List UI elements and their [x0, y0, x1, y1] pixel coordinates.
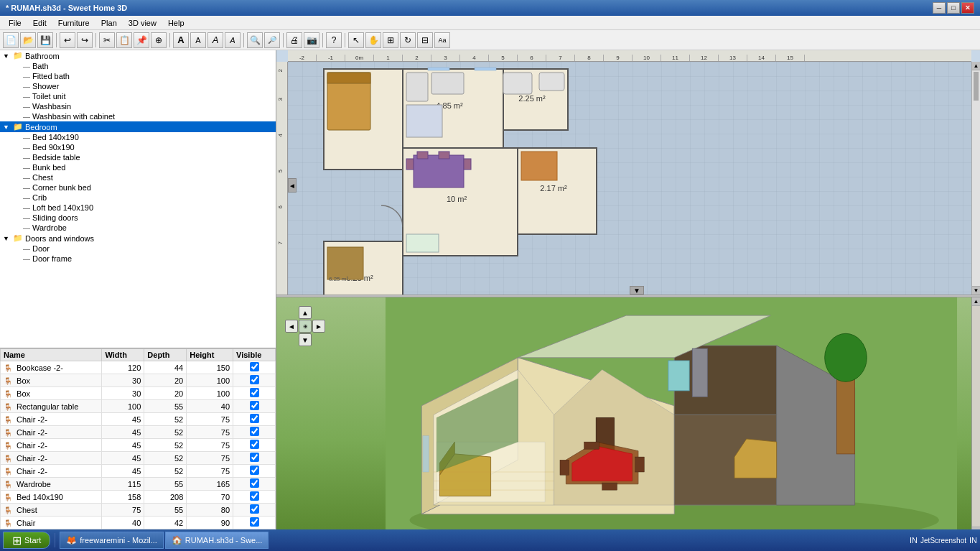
furniture-tree[interactable]: ▼📁Bathroom—Bath—Fitted bath—Shower—Toile… — [0, 50, 276, 348]
tree-item-16[interactable]: —Sliding doors — [0, 213, 276, 223]
tool-pan[interactable]: ✋ — [365, 32, 381, 48]
visibility-checkbox[interactable] — [250, 453, 259, 462]
visibility-checkbox[interactable] — [250, 362, 259, 371]
tool-cut[interactable]: ✂ — [99, 32, 115, 48]
table-row[interactable]: 🪑 Box 30 20 100 — [1, 374, 276, 387]
tree-item-12[interactable]: —Chest — [0, 172, 276, 182]
tree-item-15[interactable]: —Loft bed 140x190 — [0, 203, 276, 213]
tree-item-20[interactable]: —Door frame — [0, 254, 276, 264]
table-row[interactable]: 🪑 Chest 75 55 80 — [1, 504, 276, 517]
col-name[interactable]: Name — [1, 349, 102, 361]
tool-cursor[interactable]: ↖ — [348, 32, 364, 48]
table-row[interactable]: 🪑 Chair -2- 45 52 75 — [1, 439, 276, 452]
tool-text-a4[interactable]: A — [225, 32, 241, 48]
cell-visible[interactable] — [233, 374, 276, 387]
maximize-button[interactable]: □ — [947, 2, 960, 14]
tool-text-a2[interactable]: A — [190, 32, 206, 48]
nav-down[interactable]: ▼ — [299, 333, 312, 346]
menu-plan[interactable]: Plan — [95, 17, 123, 29]
table-row[interactable]: 🪑 Chair -2- 45 52 75 — [1, 452, 276, 465]
tool-print[interactable]: 🖨 — [286, 32, 302, 48]
plan-content[interactable]: 7.5 m² 4.85 m² 2.25 m² 10 m² 2.17 m² 6.2… — [288, 62, 971, 295]
col-width[interactable]: Width — [102, 349, 144, 361]
table-row[interactable]: 🪑 Chair 40 42 90 — [1, 517, 276, 529]
visibility-checkbox[interactable] — [250, 466, 259, 475]
tree-item-4[interactable]: —Toilet unit — [0, 91, 276, 101]
tree-item-18[interactable]: ▼📁Doors and windows — [0, 233, 276, 244]
tool-save[interactable]: 💾 — [37, 32, 53, 48]
scroll-down-btn[interactable]: ▼ — [630, 286, 644, 295]
cell-visible[interactable] — [233, 413, 276, 426]
scroll-left-btn[interactable]: ◄ — [288, 178, 297, 193]
tree-item-1[interactable]: —Bath — [0, 61, 276, 71]
cell-visible[interactable] — [233, 478, 276, 491]
table-row[interactable]: 🪑 Box 30 20 100 — [1, 387, 276, 400]
minimize-button[interactable]: ─ — [933, 2, 946, 14]
tool-text-a3[interactable]: A — [207, 32, 223, 48]
3d-view[interactable]: ▲ ▼ ◄ ► ⊕ — [276, 297, 980, 535]
visibility-checkbox[interactable] — [250, 427, 259, 436]
col-height[interactable]: Height — [187, 349, 233, 361]
cell-visible[interactable] — [233, 439, 276, 452]
nav-center[interactable]: ⊕ — [299, 320, 312, 333]
tree-item-2[interactable]: —Fitted bath — [0, 71, 276, 81]
tree-item-11[interactable]: —Bunk bed — [0, 162, 276, 172]
vscroll-3d[interactable]: ▲ ▼ — [971, 297, 980, 535]
taskbar-item-firefox[interactable]: 🦊 freewaremini - Mozil... — [60, 532, 164, 549]
visibility-checkbox[interactable] — [250, 414, 259, 423]
tool-draw-wall[interactable]: ⊞ — [383, 32, 398, 48]
tree-item-14[interactable]: —Crib — [0, 193, 276, 203]
tool-zoom-out[interactable]: 🔎 — [264, 32, 280, 48]
cell-visible[interactable] — [233, 361, 276, 374]
col-depth[interactable]: Depth — [144, 349, 187, 361]
cell-visible[interactable] — [233, 465, 276, 478]
tool-photo[interactable]: 📷 — [304, 32, 319, 48]
visibility-checkbox[interactable] — [250, 478, 259, 488]
tool-redo[interactable]: ↪ — [77, 32, 93, 48]
table-row[interactable]: 🪑 Rectangular table 100 55 40 — [1, 400, 276, 413]
tool-copy[interactable]: 📋 — [116, 32, 132, 48]
table-row[interactable]: 🪑 Bookcase -2- 120 44 150 — [1, 361, 276, 374]
tool-label[interactable]: Aa — [434, 32, 450, 48]
table-row[interactable]: 🪑 Chair -2- 45 52 75 — [1, 426, 276, 439]
tool-zoom-in[interactable]: 🔍 — [247, 32, 263, 48]
tool-paste[interactable]: 📌 — [134, 32, 149, 48]
vscroll-plan[interactable]: ▲ ▼ — [971, 62, 980, 295]
col-visible[interactable]: Visible — [233, 349, 276, 361]
tool-text-a1[interactable]: A — [173, 32, 189, 48]
tree-item-3[interactable]: —Shower — [0, 81, 276, 91]
tree-item-19[interactable]: —Door — [0, 244, 276, 254]
nav-up[interactable]: ▲ — [299, 306, 312, 319]
table-row[interactable]: 🪑 Chair -2- 45 52 75 — [1, 413, 276, 426]
cell-visible[interactable] — [233, 400, 276, 413]
cell-visible[interactable] — [233, 452, 276, 465]
tool-help[interactable]: ? — [326, 32, 342, 48]
close-button[interactable]: ✕ — [961, 2, 974, 14]
tool-undo[interactable]: ↩ — [60, 32, 75, 48]
tree-item-9[interactable]: —Bed 90x190 — [0, 142, 276, 152]
start-button[interactable]: ⊞ Start — [3, 532, 50, 549]
tree-item-0[interactable]: ▼📁Bathroom — [0, 50, 276, 61]
visibility-checkbox[interactable] — [250, 388, 259, 397]
menu-furniture[interactable]: Furniture — [52, 17, 95, 29]
tool-rotate[interactable]: ↻ — [400, 32, 416, 48]
table-row[interactable]: 🪑 Wardrobe 115 55 165 — [1, 478, 276, 491]
tree-item-17[interactable]: —Wardrobe — [0, 223, 276, 233]
menu-3dview[interactable]: 3D view — [123, 17, 162, 29]
visibility-checkbox[interactable] — [250, 440, 259, 449]
tree-item-10[interactable]: —Bedside table — [0, 152, 276, 162]
table-row[interactable]: 🪑 Bed 140x190 158 208 70 — [1, 491, 276, 504]
menu-help[interactable]: Help — [162, 17, 190, 29]
visibility-checkbox[interactable] — [250, 517, 259, 527]
cell-visible[interactable] — [233, 387, 276, 400]
visibility-checkbox[interactable] — [250, 375, 259, 384]
nav-left[interactable]: ◄ — [285, 320, 298, 333]
tree-item-6[interactable]: —Washbasin with cabinet — [0, 111, 276, 121]
tool-new[interactable]: 📄 — [3, 32, 19, 48]
tool-add[interactable]: ⊕ — [151, 32, 167, 48]
cell-visible[interactable] — [233, 491, 276, 504]
cell-visible[interactable] — [233, 517, 276, 529]
tool-open[interactable]: 📂 — [20, 32, 36, 48]
visibility-checkbox[interactable] — [250, 504, 259, 514]
furniture-table-area[interactable]: Name Width Depth Height Visible 🪑 Bookca… — [0, 348, 276, 535]
